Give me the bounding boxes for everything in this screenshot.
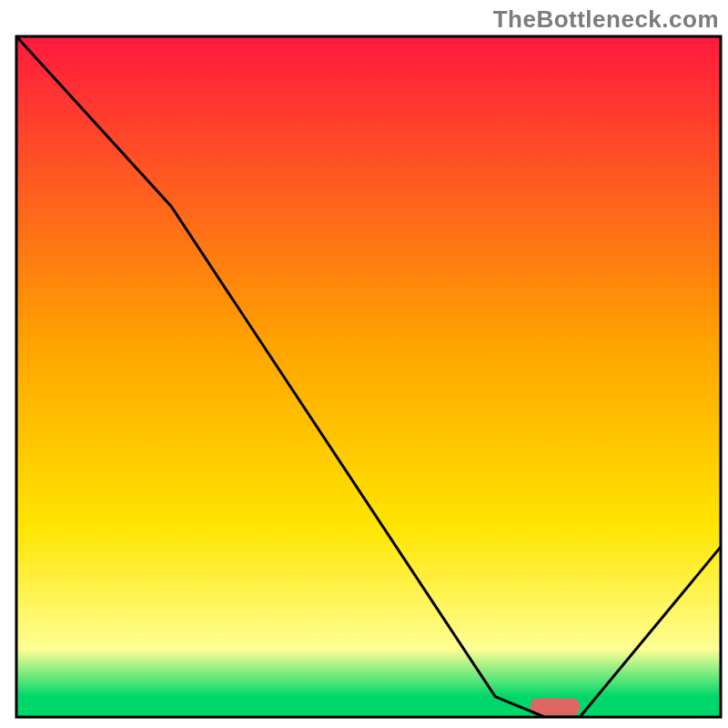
- chart-stage: TheBottleneck.com: [0, 0, 728, 728]
- plot-area: [16, 36, 721, 717]
- bottleneck-plot: [0, 0, 728, 728]
- optimum-marker: [531, 698, 580, 715]
- watermark-text: TheBottleneck.com: [493, 5, 719, 34]
- gradient-background: [16, 36, 721, 717]
